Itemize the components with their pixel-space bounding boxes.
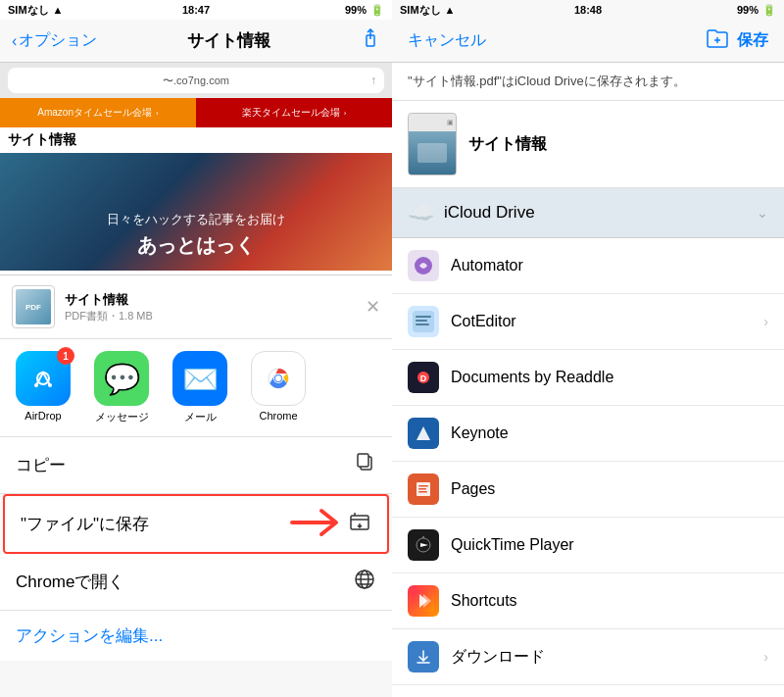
- site-title: サイト情報: [0, 127, 392, 153]
- svg-text:D: D: [420, 373, 427, 383]
- right-status-bar: SIMなし ▲ 18:48 99% 🔋: [392, 0, 784, 20]
- pdf-name: サイト情報: [468, 134, 547, 155]
- share-sheet: PDF サイト情報 PDF書類・1.8 MB ✕: [0, 274, 392, 661]
- folder-item-keynote[interactable]: Keynote: [392, 406, 784, 462]
- download-chevron-icon: ›: [763, 649, 768, 665]
- folder-item-pages[interactable]: Pages: [392, 462, 784, 518]
- file-meta: PDF書類・1.8 MB: [65, 309, 366, 324]
- share-button[interactable]: [361, 28, 380, 53]
- save-file-label: "ファイル"に保存: [21, 513, 348, 535]
- right-battery: 99%: [737, 4, 759, 16]
- folder-list: Automator CotEditor › D: [392, 238, 784, 697]
- svg-rect-9: [358, 454, 368, 467]
- left-battery: 99%: [345, 4, 367, 16]
- icloud-label: iCloud Drive: [444, 203, 535, 223]
- svg-point-2: [34, 383, 38, 387]
- folder-name-documents: Documents by Readdle: [451, 369, 768, 386]
- url-text: 〜.co7ng.com: [163, 74, 229, 88]
- messages-label: メッセージ: [95, 410, 149, 424]
- folder-item-download[interactable]: ダウンロード ›: [392, 629, 784, 685]
- airdrop-label: AirDrop: [24, 410, 61, 422]
- left-time: 18:47: [182, 4, 210, 16]
- left-carrier: SIMなし: [8, 3, 49, 18]
- file-name: サイト情報: [65, 291, 366, 309]
- cancel-button[interactable]: キャンセル: [408, 30, 486, 51]
- airdrop-icon: 1: [16, 351, 71, 406]
- browser-bar: 〜.co7ng.com ↑: [0, 63, 392, 98]
- svg-rect-30: [418, 485, 428, 487]
- messages-icon: 💬: [94, 351, 149, 406]
- folder-name-pages: Pages: [451, 480, 768, 498]
- left-nav-bar: ‹ オプション サイト情報: [0, 20, 392, 63]
- right-time: 18:48: [574, 4, 602, 16]
- svg-rect-31: [418, 488, 426, 490]
- close-button[interactable]: ✕: [366, 296, 380, 318]
- documents-icon: D: [408, 362, 439, 393]
- folder-item-coteditor[interactable]: CotEditor ›: [392, 294, 784, 350]
- svg-rect-22: [416, 324, 429, 325]
- save-message: "サイト情報.pdf"はiCloud Driveに保存されます。: [392, 63, 784, 101]
- icloud-drive-header[interactable]: ☁️ iCloud Drive ⌄: [392, 188, 784, 238]
- app-row: 1 AirDrop 💬 メッセージ ✉️ メール: [0, 339, 392, 437]
- right-carrier: SIMなし: [400, 3, 441, 18]
- hero-image: 日々をハックする記事をお届け あっとはっく: [0, 153, 392, 271]
- coteditor-chevron-icon: ›: [763, 314, 768, 329]
- shortcuts-icon: [408, 585, 439, 617]
- globe-icon: [353, 568, 376, 596]
- automator-icon: [408, 250, 439, 281]
- folder-item-quicktime[interactable]: QuickTime Player: [392, 518, 784, 573]
- save-file-icon: [348, 510, 371, 538]
- pdf-thumbnail: ▣: [408, 113, 457, 175]
- save-file-action[interactable]: "ファイル"に保存: [3, 494, 389, 554]
- page-title: サイト情報: [187, 29, 270, 52]
- app-item-airdrop[interactable]: 1 AirDrop: [8, 351, 78, 424]
- banner-row: Amazonタイムセール会場 › 楽天タイムセール会場 ›: [0, 98, 392, 127]
- back-button[interactable]: ‹ オプション: [12, 30, 97, 51]
- app-item-chrome[interactable]: Chrome: [243, 351, 314, 424]
- edit-actions[interactable]: アクションを編集...: [0, 611, 392, 661]
- mail-icon: ✉️: [172, 351, 227, 406]
- folder-name-coteditor: CotEditor: [451, 313, 763, 330]
- folder-item-automator[interactable]: Automator: [392, 238, 784, 294]
- folder-name-quicktime: QuickTime Player: [451, 536, 768, 554]
- app-item-mail[interactable]: ✉️ メール: [165, 351, 235, 424]
- open-chrome-action[interactable]: Chromeで開く: [0, 554, 392, 611]
- coteditor-icon: [408, 306, 439, 337]
- file-info: サイト情報 PDF書類・1.8 MB: [65, 291, 366, 324]
- right-panel: SIMなし ▲ 18:48 99% 🔋 キャンセル 保存 "サイト情報.pdf"…: [392, 0, 784, 697]
- open-chrome-label: Chromeで開く: [16, 571, 353, 593]
- folder-name-shortcuts: Shortcuts: [451, 592, 768, 610]
- svg-rect-20: [416, 316, 431, 318]
- left-battery-icon: 🔋: [370, 4, 384, 17]
- copy-icon: [353, 451, 376, 479]
- icloud-icon: ☁️: [408, 200, 434, 225]
- rakuten-banner: 楽天タイムセール会場 ›: [196, 98, 392, 127]
- folder-name-automator: Automator: [451, 257, 768, 274]
- folder-name-keynote: Keynote: [451, 424, 768, 442]
- hero-text1: 日々をハックする記事をお届け: [107, 211, 285, 228]
- keynote-icon: [408, 418, 439, 449]
- webpage-content: Amazonタイムセール会場 › 楽天タイムセール会場 › サイト情報 日々をハ…: [0, 98, 392, 274]
- folder-item-iphone[interactable]: このiPhone内 ›: [392, 685, 784, 697]
- right-battery-icon: 🔋: [762, 4, 776, 17]
- svg-point-3: [48, 383, 52, 387]
- copy-action[interactable]: コピー: [0, 437, 392, 494]
- folder-item-documents[interactable]: D Documents by Readdle: [392, 350, 784, 406]
- url-bar[interactable]: 〜.co7ng.com ↑: [8, 68, 384, 93]
- app-item-messages[interactable]: 💬 メッセージ: [86, 351, 157, 424]
- quicktime-icon: [408, 529, 439, 561]
- right-wifi-icon: ▲: [445, 4, 456, 16]
- back-label: オプション: [19, 30, 97, 51]
- share-file-row: PDF サイト情報 PDF書類・1.8 MB ✕: [0, 275, 392, 339]
- back-chevron-icon: ‹: [12, 32, 17, 50]
- left-status-bar: SIMなし ▲ 18:47 99% 🔋: [0, 0, 392, 20]
- chrome-icon: [251, 351, 306, 406]
- amazon-banner: Amazonタイムセール会場 ›: [0, 98, 196, 127]
- folder-item-shortcuts[interactable]: Shortcuts: [392, 573, 784, 629]
- save-button[interactable]: 保存: [737, 30, 768, 51]
- icloud-chevron-icon: ⌄: [757, 205, 768, 221]
- new-folder-button[interactable]: [706, 27, 729, 54]
- svg-point-7: [275, 375, 281, 381]
- svg-rect-21: [416, 320, 427, 322]
- svg-rect-32: [418, 491, 427, 493]
